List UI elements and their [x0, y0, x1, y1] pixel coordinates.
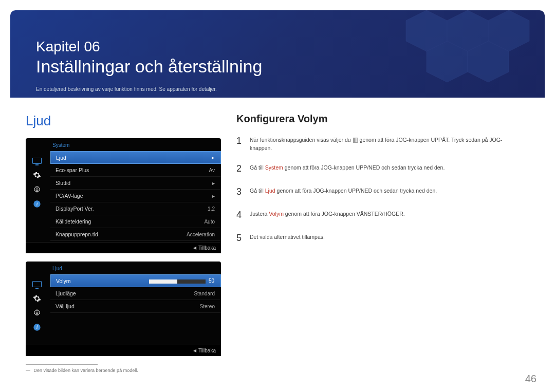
chapter-subtitle: En detaljerad beskrivning av varje funkt… — [36, 86, 217, 92]
step-text: När funktionsknappsguiden visas väljer d… — [250, 134, 524, 153]
keyword-system: System — [265, 164, 283, 171]
svg-text:i: i — [36, 325, 38, 330]
info-icon: i — [26, 197, 48, 211]
right-column: Konfigurera Volym 1 När funktionsknappsg… — [236, 113, 524, 254]
osd-row-value: ▸ — [212, 180, 215, 186]
step-text: Justera Volym genom att föra JOG-knappen… — [250, 208, 405, 222]
osd-row-value: Auto — [204, 219, 215, 225]
osd-footer: ◀ Tillbaka — [26, 242, 221, 253]
osd-footer-label: Tillbaka — [198, 348, 216, 353]
osd-row-sluttid[interactable]: Sluttid ▸ — [50, 177, 221, 190]
left-column: Ljud i System Ljud ▸ — [26, 113, 221, 373]
osd-row-valjljud[interactable]: Välj ljud Stereo — [50, 300, 221, 313]
osd-row-pcav[interactable]: PC/AV-läge ▸ — [50, 190, 221, 202]
settings-icon — [26, 168, 48, 182]
osd-row-label: Ljudläge — [55, 290, 194, 296]
step-text: Gå till Ljud genom att föra JOG-knappen … — [250, 185, 437, 199]
osd-row-value: Standard — [194, 291, 215, 296]
svg-point-5 — [36, 189, 38, 191]
monitor-icon — [26, 154, 48, 168]
keyword-ljud: Ljud — [265, 188, 275, 194]
osd-row-value: 50 — [209, 278, 214, 284]
osd-header: System — [26, 142, 221, 151]
osd-row-value: 1.2 — [208, 206, 215, 212]
osd-row-value: Acceleration — [187, 232, 215, 237]
osd-sidebar: i — [26, 138, 48, 242]
osd-row-kalldetektering[interactable]: Källdetektering Auto — [50, 215, 221, 228]
back-arrow-icon: ◀ — [193, 348, 196, 353]
osd-header: Ljud — [26, 266, 221, 274]
osd-footer-label: Tillbaka — [198, 245, 216, 251]
section-title-ljud: Ljud — [26, 113, 221, 129]
step-text: Gå till System genom att föra JOG-knappe… — [250, 162, 445, 176]
page-number: 46 — [525, 373, 536, 385]
footnote-dash: ― — [26, 368, 30, 373]
osd-row-value: Av — [209, 167, 215, 173]
footnote-text: Den visade bilden kan variera beroende p… — [34, 368, 138, 373]
menu-box-icon: ▥ — [353, 136, 358, 143]
osd-row-value: ▸ — [212, 155, 214, 160]
chapter-header: Kapitel 06 Inställningar och återställni… — [10, 10, 545, 98]
osd-row-label: Ljud — [56, 155, 212, 161]
chapter-title: Inställningar och återställning — [36, 57, 262, 77]
step-number: 3 — [236, 185, 250, 199]
step-3: 3 Gå till Ljud genom att föra JOG-knappe… — [236, 185, 524, 199]
info-icon: i — [26, 320, 48, 334]
step-text: Det valda alternativet tillämpas. — [250, 231, 325, 245]
step-5: 5 Det valda alternativet tillämpas. — [236, 231, 524, 245]
osd-menu-ljud: i Ljud Volym 50 Ljudläge Standard — [26, 262, 221, 356]
step-1: 1 När funktionsknappsguiden visas väljer… — [236, 134, 524, 153]
step-number: 1 — [236, 134, 250, 153]
osd-menu-system: i System Ljud ▸ Eco-spar Plus Av — [26, 138, 221, 253]
osd-row-label: PC/AV-läge — [55, 193, 212, 199]
osd-row-knappupprepn[interactable]: Knappupprepn.tid Acceleration — [50, 228, 221, 241]
step-number: 2 — [236, 162, 250, 176]
monitor-icon — [26, 277, 48, 291]
volume-slider[interactable] — [149, 278, 209, 284]
step-4: 4 Justera Volym genom att föra JOG-knapp… — [236, 208, 524, 222]
osd-row-label: Källdetektering — [55, 218, 204, 225]
osd-row-label: Välj ljud — [55, 303, 200, 309]
osd-row-value: Stereo — [200, 304, 215, 309]
gear-outline-icon — [26, 182, 48, 197]
page: Kapitel 06 Inställningar och återställni… — [0, 0, 555, 392]
osd-row-ljudlage[interactable]: Ljudläge Standard — [50, 287, 221, 300]
step-2: 2 Gå till System genom att föra JOG-knap… — [236, 162, 524, 176]
chapter-label: Kapitel 06 — [36, 39, 100, 55]
settings-icon — [26, 291, 48, 306]
cube-pattern-decoration — [391, 10, 545, 98]
gear-outline-icon — [26, 306, 48, 320]
osd-row-label: Eco-spar Plus — [55, 167, 209, 173]
keyword-volym: Volym — [269, 211, 284, 217]
svg-point-8 — [36, 312, 38, 314]
footnote-divider — [26, 364, 98, 365]
osd-row-volym[interactable]: Volym 50 — [50, 274, 221, 287]
osd-row-label: Volym — [56, 278, 149, 284]
section-title-konfigurera: Konfigurera Volym — [236, 113, 524, 125]
osd-row-label: Sluttid — [55, 180, 212, 186]
svg-text:i: i — [36, 201, 38, 207]
osd-row-value: ▸ — [212, 193, 215, 199]
osd-row-label: Knappupprepn.tid — [55, 231, 187, 237]
back-arrow-icon: ◀ — [193, 246, 196, 250]
footnote: ― Den visade bilden kan variera beroende… — [26, 368, 221, 373]
osd-footer: ◀ Tillbaka — [26, 345, 221, 356]
osd-row-label: DisplayPort Ver. — [55, 206, 208, 212]
osd-row-ljud[interactable]: Ljud ▸ — [50, 151, 221, 164]
osd-row-displayport[interactable]: DisplayPort Ver. 1.2 — [50, 202, 221, 215]
osd-row-ecospar[interactable]: Eco-spar Plus Av — [50, 164, 221, 177]
steps-list: 1 När funktionsknappsguiden visas väljer… — [236, 134, 524, 245]
content: Ljud i System Ljud ▸ — [26, 113, 529, 373]
step-number: 4 — [236, 208, 250, 222]
step-number: 5 — [236, 231, 250, 245]
